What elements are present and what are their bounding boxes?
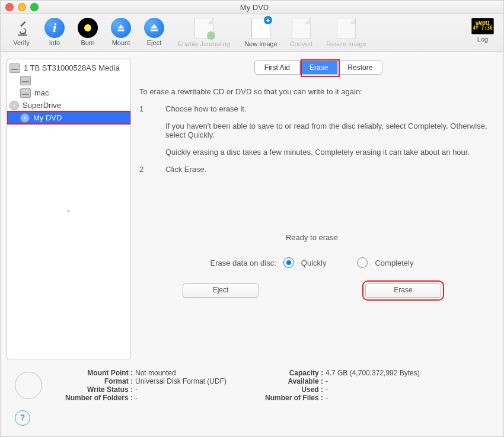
eject-icon xyxy=(144,18,164,38)
completely-label: Completely xyxy=(375,259,413,267)
ready-text: Ready to erase xyxy=(286,233,338,242)
write-status-v: - xyxy=(135,385,227,394)
eject-label: Eject xyxy=(147,39,161,46)
new-image-label: New Image xyxy=(244,40,277,47)
step-sub: If you haven't been able to save to or r… xyxy=(165,122,490,139)
tree-label: SuperDrive xyxy=(23,101,61,110)
hdd-icon xyxy=(9,63,20,73)
capacity-v: 4.7 GB (4,700,372,992 Bytes) xyxy=(326,369,420,377)
mount-button[interactable]: Mount xyxy=(106,17,136,46)
erase-button[interactable]: Erase xyxy=(365,283,441,298)
burn-label: Burn xyxy=(81,39,94,46)
titlebar: My DVD xyxy=(1,1,503,14)
resize-image-label: Resize Image xyxy=(326,40,366,47)
tree-row-disk[interactable]: 1 TB ST31000528AS Media xyxy=(7,62,130,74)
format-k: Format : xyxy=(53,377,133,385)
tree-row-superdrive[interactable]: SuperDrive xyxy=(7,99,130,111)
num-folders-k: Number of Folders : xyxy=(53,394,133,402)
footer: Mount Point :Not mounted Format :Univers… xyxy=(7,365,497,404)
new-image-button[interactable]: + New Image xyxy=(239,17,283,47)
convert-icon xyxy=(292,18,311,39)
disc-icon xyxy=(9,101,19,110)
write-status-k: Write Status : xyxy=(53,385,133,394)
quickly-label: Quickly xyxy=(301,259,327,267)
step-sub: Quickly erasing a disc takes a few minut… xyxy=(165,148,490,157)
tab-first-aid[interactable]: First Aid xyxy=(255,61,300,74)
mount-point-k: Mount Point : xyxy=(53,369,133,377)
radio-completely[interactable] xyxy=(357,257,368,268)
disc-large-icon xyxy=(15,372,42,399)
used-k: Used : xyxy=(243,385,323,394)
toolbar: Verify i Info Burn Mount Eject Enable Jo… xyxy=(1,14,503,52)
disc-icon xyxy=(20,113,30,123)
available-k: Available : xyxy=(243,377,323,385)
microscope-icon xyxy=(11,18,31,38)
num-files-v: - xyxy=(326,394,420,402)
journal-icon xyxy=(194,18,213,39)
num-folders-v: - xyxy=(135,394,227,402)
log-label: Log xyxy=(477,36,488,43)
eject-button[interactable]: Eject xyxy=(139,17,169,46)
num-files-k: Number of Files : xyxy=(243,394,323,402)
help-button[interactable]: ? xyxy=(15,410,30,426)
radio-quickly[interactable] xyxy=(283,257,294,268)
split-handle-icon[interactable]: • xyxy=(67,206,71,216)
new-image-icon: + xyxy=(251,18,270,39)
intro-text: To erase a rewritable CD or DVD so that … xyxy=(139,87,490,96)
mount-icon xyxy=(111,18,131,38)
panes: 1 TB ST31000528AS Media mac SuperDrive xyxy=(7,59,497,359)
used-v: - xyxy=(326,385,420,394)
convert-label: Convert xyxy=(290,40,313,47)
mount-label: Mount xyxy=(112,39,130,46)
tree-label: mac xyxy=(34,88,49,97)
enable-journaling-button: Enable Journaling xyxy=(173,17,235,47)
convert-button: Convert xyxy=(286,17,316,47)
erase-block: Ready to erase Erase data on disc: Quick… xyxy=(139,233,490,298)
content: To erase a rewritable CD or DVD so that … xyxy=(139,75,497,359)
tree-label: My DVD xyxy=(33,113,62,122)
resize-image-button: Resize Image xyxy=(320,17,373,47)
step-text: Choose how to erase it. xyxy=(165,104,247,113)
log-button[interactable]: WARNI4Y 7:36 Log xyxy=(468,17,497,43)
step-num: 2 xyxy=(139,165,151,174)
info-label: Info xyxy=(49,39,60,46)
available-v: - xyxy=(326,377,420,385)
step-num: 1 xyxy=(139,104,151,113)
verify-button[interactable]: Verify xyxy=(7,17,36,46)
log-icon: WARNI4Y 7:36 xyxy=(471,18,494,34)
hdd-icon xyxy=(20,88,31,98)
step-text: Click Erase. xyxy=(165,165,206,174)
tree-row-volume[interactable] xyxy=(7,74,130,87)
format-v: Universal Disk Format (UDF) xyxy=(135,377,227,385)
info-button[interactable]: i Info xyxy=(40,17,69,46)
tree-row-my-dvd[interactable]: My DVD xyxy=(7,111,130,124)
erase-on-disc-label: Erase data on disc: xyxy=(210,259,276,267)
verify-label: Verify xyxy=(13,39,30,46)
window: My DVD Verify i Info Burn Mount E xyxy=(0,0,504,437)
tab-bar: First Aid Erase Restore xyxy=(139,59,497,75)
tree-label: 1 TB ST31000528AS Media xyxy=(24,63,120,72)
tab-erase[interactable]: Erase xyxy=(300,61,338,74)
burn-button[interactable]: Burn xyxy=(73,17,103,46)
body: 1 TB ST31000528AS Media mac SuperDrive xyxy=(1,52,503,436)
resize-image-icon xyxy=(337,18,356,39)
hdd-icon xyxy=(20,76,31,85)
mount-point-v: Not mounted xyxy=(135,369,227,377)
eject-disc-button[interactable]: Eject xyxy=(183,283,259,298)
burn-icon xyxy=(78,18,98,38)
tab-restore[interactable]: Restore xyxy=(338,61,382,74)
main-pane: First Aid Erase Restore To erase a rewri… xyxy=(139,59,497,359)
device-sidebar: 1 TB ST31000528AS Media mac SuperDrive xyxy=(7,59,131,359)
capacity-k: Capacity : xyxy=(243,369,323,377)
erase-options: Erase data on disc: Quickly Completely xyxy=(210,257,414,268)
info-icon: i xyxy=(44,18,65,38)
tree-row-volume-mac[interactable]: mac xyxy=(7,87,130,99)
enable-journaling-label: Enable Journaling xyxy=(178,40,230,47)
window-title: My DVD xyxy=(10,3,499,12)
info-columns: Mount Point :Not mounted Format :Univers… xyxy=(53,369,420,402)
